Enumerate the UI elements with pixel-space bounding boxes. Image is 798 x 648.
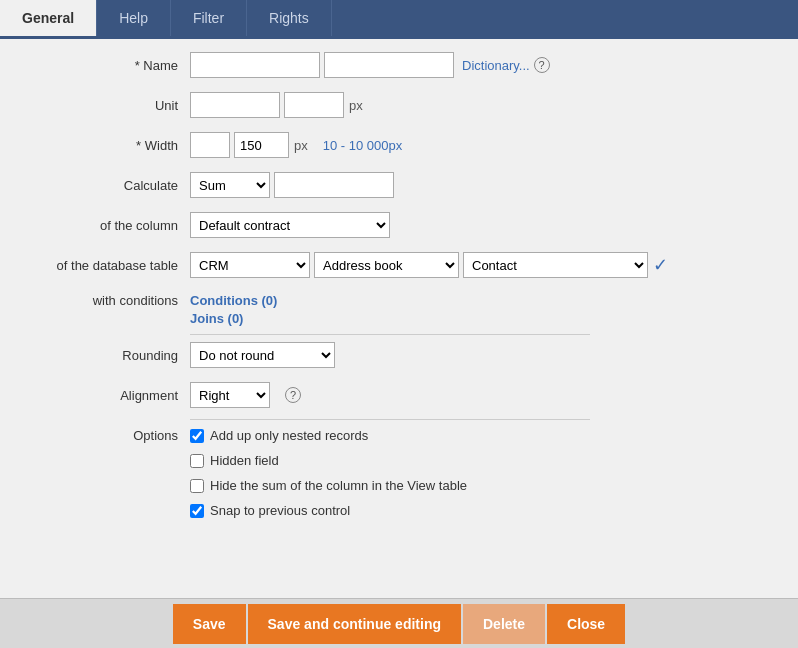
width-row: * Width px 10 - 10 000px (0, 129, 798, 161)
option2-checkbox[interactable] (190, 454, 204, 468)
conditions-content: Conditions (0) Joins (0) (190, 293, 277, 326)
column-label: of the column (0, 218, 190, 233)
form-content: * Name Dictionary... ? Unit px * Width p… (0, 39, 798, 582)
conditions-link[interactable]: Conditions (0) (190, 293, 277, 308)
calculate-row: Calculate Sum Count Avg Min Max (0, 169, 798, 201)
bottom-bar: Save Save and continue editing Delete Cl… (0, 598, 798, 648)
dictionary-link[interactable]: Dictionary... (462, 58, 530, 73)
tab-filter[interactable]: Filter (171, 0, 247, 36)
option2-row: Hidden field (190, 453, 467, 468)
name-input-1[interactable] (190, 52, 320, 78)
width-label: * Width (0, 138, 190, 153)
unit-label: Unit (0, 98, 190, 113)
width-input[interactable] (190, 132, 230, 158)
conditions-row: with conditions Conditions (0) Joins (0) (0, 289, 798, 326)
save-continue-button[interactable]: Save and continue editing (248, 604, 461, 644)
options-row: Options Add up only nested records Hidde… (0, 424, 798, 522)
rounding-label: Rounding (0, 348, 190, 363)
option1-row: Add up only nested records (190, 428, 467, 443)
width-px-label: px (294, 138, 308, 153)
db-table-label: of the database table (0, 258, 190, 273)
alignment-label: Alignment (0, 388, 190, 403)
option4-row: Snap to previous control (190, 503, 467, 518)
rounding-row: Rounding Do not round 0 0.0 0.00 (0, 339, 798, 371)
column-select[interactable]: Default contract (190, 212, 390, 238)
option3-checkbox[interactable] (190, 479, 204, 493)
contact-select[interactable]: Contact (463, 252, 648, 278)
option3-row: Hide the sum of the column in the View t… (190, 478, 467, 493)
width-range-label: 10 - 10 000px (323, 138, 403, 153)
tab-bar: General Help Filter Rights (0, 0, 798, 36)
calculate-input[interactable] (274, 172, 394, 198)
alignment-row: Alignment Right Left Center ? (0, 379, 798, 411)
name-input-2[interactable] (324, 52, 454, 78)
db-select[interactable]: CRM (190, 252, 310, 278)
save-button[interactable]: Save (173, 604, 246, 644)
option4-label[interactable]: Snap to previous control (210, 503, 350, 518)
option3-label[interactable]: Hide the sum of the column in the View t… (210, 478, 467, 493)
delete-button[interactable]: Delete (463, 604, 545, 644)
unit-px-label: px (349, 98, 363, 113)
tab-help[interactable]: Help (97, 0, 171, 36)
option2-label[interactable]: Hidden field (210, 453, 279, 468)
alignment-select[interactable]: Right Left Center (190, 382, 270, 408)
name-row: * Name Dictionary... ? (0, 49, 798, 81)
option1-checkbox[interactable] (190, 429, 204, 443)
conditions-label: with conditions (0, 293, 190, 308)
options-label: Options (0, 428, 190, 443)
unit-input-1[interactable] (190, 92, 280, 118)
tab-rights[interactable]: Rights (247, 0, 332, 36)
name-label: * Name (0, 58, 190, 73)
option4-checkbox[interactable] (190, 504, 204, 518)
alignment-help-icon[interactable]: ? (285, 387, 301, 403)
column-row: of the column Default contract (0, 209, 798, 241)
unit-input-2[interactable] (284, 92, 344, 118)
options-list: Add up only nested records Hidden field … (190, 428, 467, 522)
joins-link[interactable]: Joins (0) (190, 311, 277, 326)
option1-label[interactable]: Add up only nested records (210, 428, 368, 443)
tab-general[interactable]: General (0, 0, 97, 36)
calculate-select[interactable]: Sum Count Avg Min Max (190, 172, 270, 198)
db-table-row: of the database table CRM Address book C… (0, 249, 798, 281)
calculate-label: Calculate (0, 178, 190, 193)
close-button[interactable]: Close (547, 604, 625, 644)
rounding-select[interactable]: Do not round 0 0.0 0.00 (190, 342, 335, 368)
unit-row: Unit px (0, 89, 798, 121)
width-number-input[interactable] (234, 132, 289, 158)
dictionary-help-icon[interactable]: ? (534, 57, 550, 73)
address-book-select[interactable]: Address book (314, 252, 459, 278)
db-check-icon[interactable]: ✓ (653, 254, 668, 276)
